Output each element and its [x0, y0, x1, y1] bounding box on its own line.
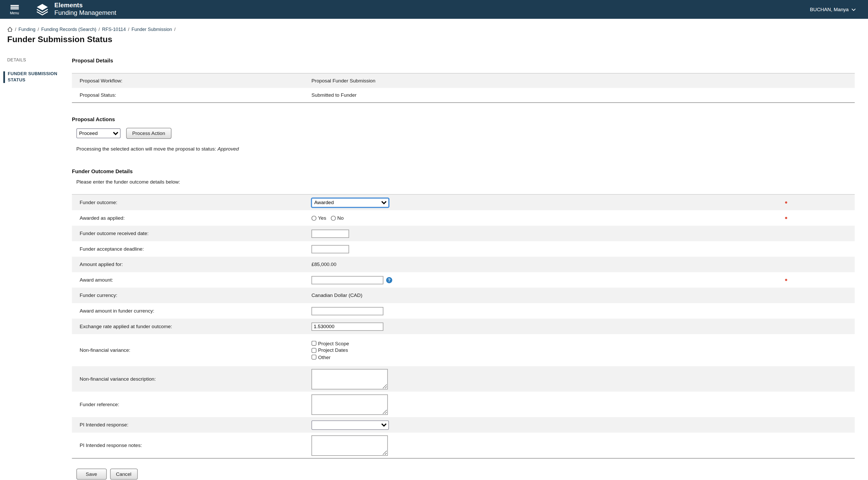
user-name: BUCHAN, Manya [810, 7, 849, 12]
brand[interactable]: Elements Funding Management [36, 2, 116, 17]
form-row: Exchange rate applied at funder outcome: [72, 319, 855, 334]
form-row: Funder outcome received date: [72, 226, 855, 241]
form-row: Funder acceptance deadline: [72, 241, 855, 257]
form-row: Non-financial variance description: [72, 366, 855, 392]
top-header: Menu Elements Funding Management BUCHAN,… [0, 0, 868, 19]
amount-applied-for-value: £85,000.00 [312, 262, 337, 267]
variance-project-scope-option[interactable]: Project Scope [312, 340, 349, 346]
form-row: Award amount: ? [72, 272, 855, 288]
exchange-rate-input[interactable] [312, 322, 383, 330]
proposal-actions-row: Proceed Process Action [76, 128, 855, 139]
field-label: Proposal Workflow: [72, 78, 312, 84]
breadcrumb-funding[interactable]: Funding [19, 27, 35, 32]
main-content: Proposal Details Proposal Workflow: Prop… [72, 58, 855, 480]
proposal-action-select[interactable]: Proceed [76, 128, 121, 138]
funder-outcome-instruction: Please enter the funder outcome details … [76, 179, 855, 185]
form-row: Award amount in funder currency: [72, 303, 855, 319]
field-label: PI Intended response notes: [72, 443, 312, 448]
breadcrumb-rfs-10114[interactable]: RFS-10114 [102, 27, 126, 32]
variance-project-scope-checkbox[interactable] [312, 341, 316, 346]
breadcrumb-funder-submission[interactable]: Funder Submission [131, 27, 172, 32]
variance-project-dates-checkbox[interactable] [312, 348, 316, 353]
sidebar: DETAILS FUNDER SUBMISSION STATUS [0, 58, 72, 83]
field-label: Award amount: [72, 277, 312, 283]
field-label: Funder reference: [72, 402, 312, 407]
breadcrumb: / Funding / Funding Records (Search) / R… [0, 19, 868, 32]
sidebar-item-details[interactable]: DETAILS [7, 58, 72, 63]
brand-text: Elements Funding Management [54, 2, 116, 17]
pi-intended-response-notes-textarea[interactable] [312, 435, 388, 455]
funder-reference-textarea[interactable] [312, 394, 388, 415]
field-label: PI Intended response: [72, 422, 312, 427]
field-value: Submitted to Funder [312, 92, 855, 98]
required-indicator [785, 217, 787, 219]
awarded-as-applied-no-radio[interactable] [331, 216, 336, 221]
variance-other-checkbox[interactable] [312, 355, 316, 360]
form-row: Funder outcome: Awarded [72, 195, 855, 210]
proposal-details-heading: Proposal Details [72, 58, 855, 63]
non-financial-variance-description-textarea[interactable] [312, 369, 388, 389]
field-label: Non-financial variance description: [72, 376, 312, 382]
sidebar-item-funder-submission-status[interactable]: FUNDER SUBMISSION STATUS [3, 71, 63, 83]
user-menu[interactable]: BUCHAN, Manya [810, 7, 856, 12]
breadcrumb-separator: / [38, 27, 39, 32]
help-icon[interactable]: ? [386, 277, 392, 283]
funder-acceptance-deadline-input[interactable] [312, 245, 349, 253]
field-label: Funder currency: [72, 292, 312, 298]
action-note-text: Processing the selected action will move… [76, 146, 218, 152]
awarded-as-applied-yes-radio[interactable] [312, 216, 316, 221]
field-label: Non-financial variance: [72, 347, 312, 353]
field-value: Proposal Funder Submission [312, 78, 855, 84]
radio-label: Yes [318, 215, 326, 221]
award-amount-in-funder-currency-input[interactable] [312, 307, 383, 315]
awarded-as-applied-no-option[interactable]: No [331, 215, 344, 221]
app-subtitle: Funding Management [54, 9, 116, 17]
funder-outcome-form: Funder outcome: Awarded Awarded as appli… [72, 194, 855, 459]
form-row: Funder currency: Canadian Dollar (CAD) [72, 288, 855, 303]
funder-outcome-select[interactable]: Awarded [312, 198, 389, 207]
hamburger-icon [10, 4, 19, 10]
field-label: Award amount in funder currency: [72, 308, 312, 314]
cancel-button[interactable]: Cancel [110, 469, 137, 480]
field-label: Funder acceptance deadline: [72, 246, 312, 252]
app-name: Elements [54, 2, 116, 9]
menu-button[interactable]: Menu [10, 4, 19, 15]
form-row: Awarded as applied: Yes No [72, 210, 855, 226]
field-label: Amount applied for: [72, 262, 312, 267]
pi-intended-response-select[interactable] [312, 420, 389, 429]
breadcrumb-funding-records-search[interactable]: Funding Records (Search) [41, 27, 96, 32]
checkbox-label: Project Dates [318, 347, 348, 353]
field-label: Proposal Status: [72, 92, 312, 98]
main-layout: DETAILS FUNDER SUBMISSION STATUS Proposa… [0, 58, 868, 480]
award-amount-input[interactable] [312, 276, 383, 284]
footer-buttons: Save Cancel [76, 469, 855, 480]
page-title: Funder Submission Status [7, 34, 868, 44]
field-label: Funder outcome received date: [72, 231, 312, 236]
field-label: Exchange rate applied at funder outcome: [72, 324, 312, 329]
breadcrumb-separator: / [128, 27, 129, 32]
breadcrumb-separator: / [174, 27, 176, 32]
breadcrumb-separator: / [15, 27, 16, 32]
home-icon[interactable] [7, 27, 13, 32]
radio-label: No [337, 215, 343, 221]
variance-project-dates-option[interactable]: Project Dates [312, 347, 349, 353]
page: Menu Elements Funding Management BUCHAN,… [0, 0, 868, 480]
field-label: Awarded as applied: [72, 215, 312, 221]
funder-outcome-heading: Funder Outcome Details [72, 168, 855, 174]
funder-outcome-received-date-input[interactable] [312, 229, 349, 238]
funder-currency-value: Canadian Dollar (CAD) [312, 292, 363, 298]
form-row: PI Intended response: [72, 417, 855, 433]
menu-label: Menu [10, 11, 19, 15]
chevron-down-icon [851, 8, 856, 11]
process-action-button[interactable]: Process Action [126, 128, 171, 139]
form-row: Funder reference: [72, 392, 855, 417]
action-note-status: Approved [217, 146, 239, 152]
variance-other-option[interactable]: Other [312, 354, 349, 360]
checkbox-label: Project Scope [318, 340, 349, 346]
save-button[interactable]: Save [76, 469, 106, 480]
breadcrumb-separator: / [98, 27, 100, 32]
required-indicator [785, 201, 787, 203]
awarded-as-applied-yes-option[interactable]: Yes [312, 215, 327, 221]
action-note: Processing the selected action will move… [76, 146, 855, 152]
field-label: Funder outcome: [72, 200, 312, 205]
